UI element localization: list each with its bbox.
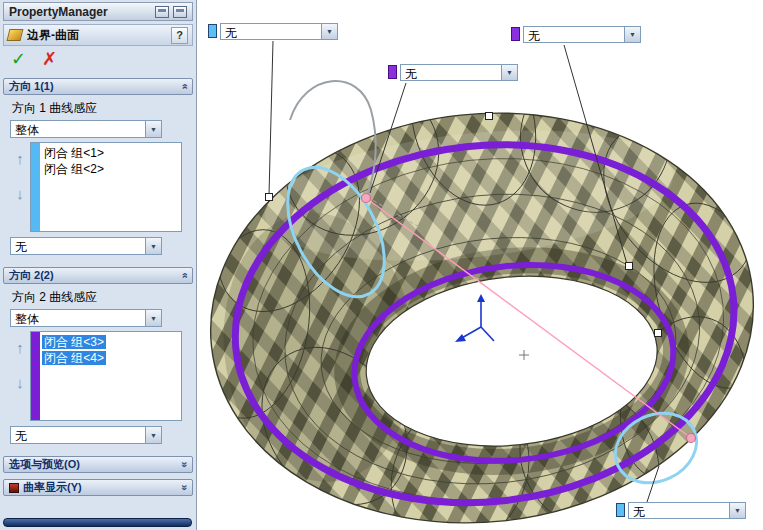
direction2-header-label: 方向 2(2) (9, 268, 54, 283)
direction1-color-swatch (208, 24, 217, 38)
chevron-down-icon[interactable]: ▼ (501, 65, 517, 80)
direction2-group: 方向 2(2) » 方向 2 曲线感应 整体 ▼ ↑ ↓ (3, 267, 193, 450)
chevron-down-icon[interactable]: ▼ (145, 121, 161, 137)
chevron-down-icon[interactable]: ▼ (145, 427, 161, 443)
pin-panel-icon[interactable] (173, 6, 187, 18)
help-button[interactable]: ? (171, 27, 188, 44)
collapse-chevron-icon[interactable]: » (178, 83, 189, 89)
connector-value: 无 (524, 27, 624, 42)
move-up-button[interactable]: ↑ (16, 339, 24, 356)
direction2-influence-combobox[interactable]: 整体 ▼ (10, 309, 162, 327)
options-preview-header[interactable]: 选项与预览(O) » (3, 456, 193, 473)
callout-direction1-end: 无 ▼ (616, 502, 746, 519)
connector-point-handle[interactable] (362, 194, 371, 203)
graphics-viewport[interactable]: 无 ▼ 无 ▼ 无 ▼ 无 ▼ (197, 0, 763, 530)
direction1-group-header[interactable]: 方向 1(1) » (3, 78, 193, 95)
list-item[interactable]: 闭合 组<4> (42, 350, 179, 366)
direction2-influence-label: 方向 2 曲线感应 (12, 289, 189, 306)
curvature-display-header[interactable]: 曲率显示(Y) » (3, 479, 193, 496)
direction1-header-label: 方向 1(1) (9, 79, 54, 94)
direction2-tangency-value: 无 (11, 427, 145, 443)
move-down-button[interactable]: ↓ (16, 185, 24, 202)
chevron-down-icon[interactable]: ▼ (729, 503, 745, 518)
connector-value: 无 (221, 24, 321, 39)
cross-marker-icon (519, 350, 529, 360)
callout-direction1-start: 无 ▼ (208, 23, 338, 40)
callout-direction2-mid: 无 ▼ (388, 64, 518, 81)
direction1-color-bar (31, 143, 40, 231)
cancel-button[interactable]: ✗ (42, 50, 57, 68)
expand-chevron-icon[interactable]: » (178, 461, 189, 467)
options-preview-label: 选项与预览(O) (9, 457, 80, 472)
property-manager-title: PropertyManager (9, 5, 108, 19)
curvature-icon (9, 483, 19, 493)
direction1-body: 方向 1 曲线感应 整体 ▼ ↑ ↓ 闭合 组<1> 闭合 组<2> (3, 95, 193, 261)
connector-combobox[interactable]: 无 ▼ (628, 502, 746, 519)
feature-title: 边界-曲面 (27, 27, 79, 44)
boundary-surface-icon (7, 29, 24, 41)
direction1-influence-combobox[interactable]: 整体 ▼ (10, 120, 162, 138)
feature-header: 边界-曲面 ? (3, 24, 193, 46)
options-preview-group: 选项与预览(O) » (3, 456, 193, 473)
list-item[interactable]: 闭合 组<2> (42, 161, 179, 177)
panel-bottom-bar (3, 518, 192, 527)
chevron-down-icon[interactable]: ▼ (321, 24, 337, 39)
collapse-chevron-icon[interactable]: » (178, 272, 189, 278)
ok-button[interactable]: ✓ (11, 50, 26, 68)
connector-point-handle[interactable] (687, 434, 696, 443)
chevron-down-icon[interactable]: ▼ (624, 27, 640, 42)
connector-value: 无 (401, 65, 501, 80)
callout-direction2-start: 无 ▼ (511, 26, 641, 43)
connector-value: 无 (629, 503, 729, 518)
chevron-down-icon[interactable]: ▼ (145, 238, 161, 254)
connector-combobox[interactable]: 无 ▼ (220, 23, 338, 40)
direction2-body: 方向 2 曲线感应 整体 ▼ ↑ ↓ 闭合 组<3> 闭合 组<4> (3, 284, 193, 450)
expand-chevron-icon[interactable]: » (178, 484, 189, 490)
direction2-color-swatch (511, 27, 520, 41)
solidworks-window: PropertyManager 边界-曲面 ? ✓ ✗ 方向 1(1) » 方向… (0, 0, 763, 530)
direction2-influence-value: 整体 (11, 310, 145, 326)
direction1-group: 方向 1(1) » 方向 1 曲线感应 整体 ▼ ↑ ↓ (3, 78, 193, 261)
direction2-color-bar (31, 332, 40, 420)
connector-combobox[interactable]: 无 ▼ (400, 64, 518, 81)
direction2-tangency-combobox[interactable]: 无 ▼ (10, 426, 162, 444)
direction1-influence-label: 方向 1 曲线感应 (12, 100, 189, 117)
property-manager-panel: PropertyManager 边界-曲面 ? ✓ ✗ 方向 1(1) » 方向… (0, 0, 197, 530)
direction1-influence-value: 整体 (11, 121, 145, 137)
direction1-tangency-combobox[interactable]: 无 ▼ (10, 237, 162, 255)
curvature-display-label: 曲率显示(Y) (23, 480, 82, 495)
list-item[interactable]: 闭合 组<3> (42, 334, 179, 350)
list-item[interactable]: 闭合 组<1> (42, 145, 179, 161)
direction1-color-swatch (616, 503, 625, 517)
move-up-button[interactable]: ↑ (16, 150, 24, 167)
connector-combobox[interactable]: 无 ▼ (523, 26, 641, 43)
chevron-down-icon[interactable]: ▼ (145, 310, 161, 326)
direction1-tangency-value: 无 (11, 238, 145, 254)
move-down-button[interactable]: ↓ (16, 374, 24, 391)
direction2-curve-list[interactable]: 闭合 组<3> 闭合 组<4> (30, 331, 182, 421)
origin-triad-icon (455, 294, 494, 342)
curvature-display-group: 曲率显示(Y) » (3, 479, 193, 496)
dock-panel-icon[interactable] (155, 6, 169, 18)
direction1-curve-list[interactable]: 闭合 组<1> 闭合 组<2> (30, 142, 182, 232)
ok-cancel-row: ✓ ✗ (3, 46, 193, 72)
property-manager-titlebar: PropertyManager (3, 2, 193, 21)
direction2-group-header[interactable]: 方向 2(2) » (3, 267, 193, 284)
direction2-color-swatch (388, 65, 397, 79)
